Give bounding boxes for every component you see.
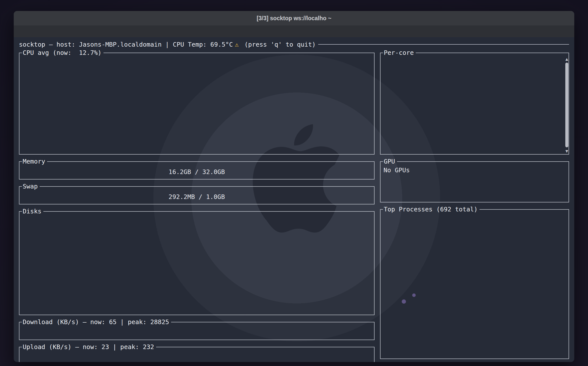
per-core-panel: Per-core ▲ ▼ [380,50,569,155]
gpu-panel: GPU No GPUs [380,158,569,202]
desktop: [3/3] socktop ws://localho ~ socktop — h… [0,0,588,366]
cpu-avg-panel-title: CPU avg (now: 12.7%) [22,50,103,56]
terminal-window: [3/3] socktop ws://localho ~ socktop — h… [14,11,574,362]
processes-panel-title: Top Processes (692 total) [383,206,480,212]
memory-total-value: 32.0GB [199,168,225,176]
gpu-status-text: No GPUs [383,165,566,174]
scrollbar-thumb[interactable] [565,63,568,147]
memory-panel-title: Memory [22,158,47,165]
gpu-panel-title: GPU [383,158,397,165]
memory-gauge: 16.2GB / 32.0GB [22,167,372,177]
scroll-down-icon[interactable]: ▼ [566,148,568,154]
memory-panel: Memory 16.2GB / 32.0GB [19,158,375,180]
download-panel: Download (KB/s) — now: 65 | peak: 28825 [19,319,375,340]
swap-usage-value: 292.2MB / 1.0GB [169,193,225,200]
tab-bar [14,25,574,37]
cpu-history-chart [22,56,372,149]
per-core-panel-title: Per-core [383,50,416,56]
header-rule [318,44,569,45]
upload-history-chart [22,351,372,362]
download-panel-title: Download (KB/s) — now: 65 | peak: 28825 [22,319,171,325]
status-header: socktop — host: Jasons-MBP.localdomain |… [19,40,569,49]
upload-panel: Upload (KB/s) — now: 23 | peak: 232 [19,344,375,362]
cpu-avg-panel: CPU avg (now: 12.7%) [19,50,375,155]
swap-gauge: 292.2MB / 1.0GB [22,192,372,201]
disks-panel-title: Disks [22,208,43,214]
processes-panel: Top Processes (692 total) [380,206,569,359]
quit-hint-text: (press 'q' to quit) [241,41,316,48]
window-title: [3/3] socktop ws://localho ~ [14,15,574,22]
temp-warning-icon: ⚠ [233,41,241,48]
terminal-content: socktop — host: Jasons-MBP.localdomain |… [14,37,574,362]
per-core-rows [383,56,566,149]
swap-panel: Swap 292.2MB / 1.0GB [19,183,375,204]
swap-panel-title: Swap [22,183,40,189]
per-core-scrollbar[interactable]: ▲ ▼ [564,56,570,154]
memory-used-value: 16.2GB / [169,168,198,176]
download-history-chart [22,326,372,337]
disks-panel: Disks [19,208,375,315]
host-status-text: socktop — host: Jasons-MBP.localdomain |… [19,41,233,48]
window-titlebar[interactable]: [3/3] socktop ws://localho ~ [14,11,574,25]
scroll-up-icon[interactable]: ▲ [566,56,568,62]
upload-panel-title: Upload (KB/s) — now: 23 | peak: 232 [22,344,156,350]
